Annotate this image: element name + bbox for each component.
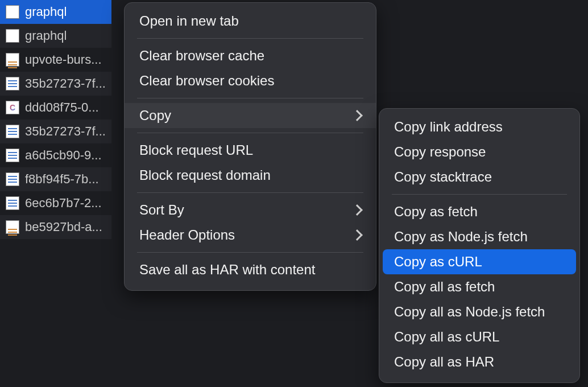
- request-name: a6d5cb90-9...: [25, 148, 102, 163]
- copy-submenu: Copy link address Copy response Copy sta…: [379, 108, 580, 383]
- menu-separator: [137, 98, 363, 98]
- menu-item-header-options[interactable]: Header Options: [125, 223, 376, 248]
- menu-item-save-har[interactable]: Save all as HAR with content: [125, 257, 376, 282]
- menu-separator: [137, 133, 363, 133]
- request-row[interactable]: graphql: [0, 0, 111, 24]
- request-row[interactable]: C ddd08f75-0...: [0, 96, 111, 120]
- submenu-item-copy-response[interactable]: Copy response: [379, 139, 579, 164]
- request-row[interactable]: f8bf94f5-7b...: [0, 167, 111, 191]
- menu-item-label: Copy all as HAR: [394, 354, 494, 370]
- image-icon: [6, 53, 19, 67]
- menu-item-label: Copy link address: [394, 119, 503, 135]
- script-icon: [6, 172, 19, 186]
- document-icon: [6, 29, 19, 43]
- request-name: graphql: [25, 28, 67, 43]
- request-row[interactable]: graphql: [0, 24, 111, 48]
- script-icon: [6, 149, 19, 162]
- menu-item-copy[interactable]: Copy: [125, 103, 376, 128]
- menu-item-label: Save all as HAR with content: [139, 262, 315, 278]
- menu-separator: [137, 252, 363, 253]
- request-row[interactable]: a6d5cb90-9...: [0, 143, 111, 167]
- menu-item-label: Open in new tab: [139, 13, 239, 29]
- menu-item-label: Copy: [139, 108, 171, 123]
- request-row[interactable]: 35b27273-7f...: [0, 72, 111, 96]
- request-name: 35b27273-7f...: [25, 76, 106, 91]
- image-icon: [6, 220, 19, 234]
- menu-item-label: Copy all as fetch: [394, 279, 495, 295]
- menu-item-block-url[interactable]: Block request URL: [125, 138, 376, 163]
- menu-item-label: Copy as fetch: [394, 204, 478, 220]
- request-row[interactable]: 6ec6b7b7-2...: [0, 191, 111, 215]
- menu-item-block-domain[interactable]: Block request domain: [125, 163, 376, 188]
- menu-item-clear-cache[interactable]: Clear browser cache: [125, 43, 376, 68]
- menu-item-clear-cookies[interactable]: Clear browser cookies: [125, 68, 376, 93]
- request-name: 35b27273-7f...: [25, 124, 106, 139]
- submenu-item-copy-as-node-fetch[interactable]: Copy as Node.js fetch: [379, 224, 579, 249]
- script-icon: [6, 196, 19, 210]
- menu-separator: [392, 194, 567, 195]
- chevron-right-icon: [351, 110, 363, 121]
- submenu-item-copy-stacktrace[interactable]: Copy stacktrace: [379, 164, 579, 190]
- submenu-item-copy-all-as-curl[interactable]: Copy all as cURL: [379, 324, 579, 349]
- request-row[interactable]: upvote-burs...: [0, 48, 111, 72]
- script-icon: [6, 77, 19, 90]
- menu-item-label: Clear browser cookies: [139, 73, 274, 89]
- menu-item-label: Copy as Node.js fetch: [394, 229, 528, 245]
- menu-item-sort-by[interactable]: Sort By: [125, 197, 376, 223]
- script-icon: [6, 125, 19, 138]
- submenu-item-copy-as-curl[interactable]: Copy as cURL: [383, 249, 576, 274]
- request-name: be5927bd-a...: [25, 220, 102, 234]
- menu-item-label: Clear browser cache: [139, 48, 264, 64]
- submenu-item-copy-as-fetch[interactable]: Copy as fetch: [379, 199, 579, 224]
- submenu-item-copy-all-as-fetch[interactable]: Copy all as fetch: [379, 274, 579, 299]
- menu-separator: [137, 38, 363, 39]
- submenu-item-copy-all-as-node[interactable]: Copy all as Node.js fetch: [379, 299, 579, 324]
- menu-item-label: Copy all as Node.js fetch: [394, 304, 545, 320]
- menu-item-label: Sort By: [139, 202, 184, 218]
- document-icon: [6, 5, 19, 19]
- css-icon: C: [6, 101, 19, 114]
- request-row[interactable]: 35b27273-7f...: [0, 120, 111, 143]
- context-menu: Open in new tab Clear browser cache Clea…: [124, 2, 376, 291]
- network-request-list: graphql graphql upvote-burs... 35b27273-…: [0, 0, 111, 239]
- submenu-item-copy-link-address[interactable]: Copy link address: [379, 114, 579, 139]
- request-name: f8bf94f5-7b...: [25, 172, 99, 187]
- request-name: graphql: [25, 5, 67, 19]
- request-name: 6ec6b7b7-2...: [25, 196, 102, 211]
- menu-separator: [137, 192, 363, 193]
- menu-item-label: Block request URL: [139, 142, 253, 158]
- menu-item-label: Header Options: [139, 227, 235, 243]
- menu-item-label: Copy stacktrace: [394, 169, 492, 185]
- submenu-item-copy-all-as-har[interactable]: Copy all as HAR: [379, 349, 579, 374]
- menu-item-label: Block request domain: [139, 167, 271, 183]
- chevron-right-icon: [351, 229, 363, 241]
- request-row[interactable]: be5927bd-a...: [0, 215, 111, 239]
- chevron-right-icon: [351, 204, 363, 216]
- request-name: ddd08f75-0...: [25, 100, 99, 115]
- request-name: upvote-burs...: [25, 52, 102, 67]
- menu-item-label: Copy all as cURL: [394, 329, 499, 345]
- menu-item-label: Copy response: [394, 144, 486, 160]
- menu-item-open-new-tab[interactable]: Open in new tab: [125, 9, 376, 34]
- menu-item-label: Copy as cURL: [394, 254, 482, 270]
